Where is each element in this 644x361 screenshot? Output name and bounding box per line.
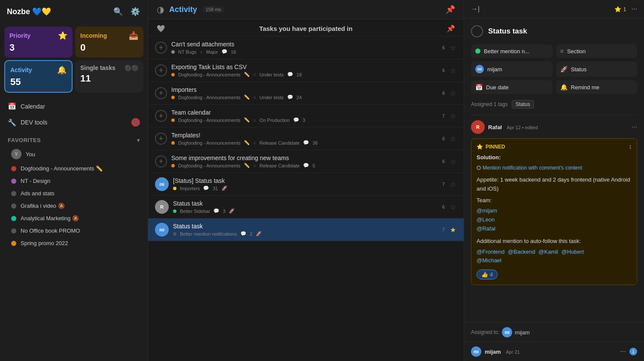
- toggle-icon[interactable]: ◑: [157, 4, 164, 15]
- single-tasks-card[interactable]: Single tasks ⚫⚫ 11: [75, 60, 143, 93]
- section-title: Tasks you have participated in: [259, 25, 352, 32]
- task-meta: Better Sidebar 💬 3 🚀: [173, 208, 434, 214]
- team-member-rafal[interactable]: @Rafał: [477, 225, 495, 232]
- star-icon[interactable]: ☆: [449, 179, 457, 189]
- favorite-item-analytical[interactable]: Analytical Marketing 🔕: [3, 212, 144, 224]
- task-item[interactable]: + Can't send attachments NT Bugs ≡ Major…: [148, 36, 464, 59]
- star-icon[interactable]: ☆: [449, 134, 457, 144]
- star-icon[interactable]: ☆: [449, 202, 457, 212]
- task-add-button[interactable]: +: [155, 87, 167, 99]
- mention-kamil[interactable]: @Kamil: [538, 249, 558, 255]
- pinned-label: PINNED: [486, 144, 505, 150]
- task-info: Importers Dogfooding - Announcements ✏️ …: [171, 86, 434, 100]
- task-item[interactable]: + Exporting Task Lists as CSV Dogfooding…: [148, 59, 464, 82]
- status-meta-item[interactable]: 🚀 Status: [556, 61, 638, 77]
- team-member-mijam[interactable]: @mijam: [477, 207, 497, 214]
- favorite-item-you[interactable]: Y You: [3, 146, 144, 162]
- mention-frontend[interactable]: @Frontend: [477, 249, 504, 255]
- comment-author: Rafał: [488, 124, 502, 130]
- project-name: Dogfooding - Announcements: [178, 140, 240, 146]
- additional-members: @Frontend @Backend @Kamil @Hubert @Micha…: [477, 248, 632, 266]
- star-icon[interactable]: ☆: [449, 157, 457, 167]
- pin-icon[interactable]: 📌: [446, 5, 455, 14]
- main-title: Activity: [169, 5, 197, 14]
- star-icon[interactable]: ☆: [449, 43, 457, 53]
- priority-count: 3: [9, 42, 67, 53]
- comment-count: 36: [313, 140, 318, 146]
- project-dot: [171, 164, 175, 167]
- task-item[interactable]: + Some improvements for creating new tea…: [148, 150, 464, 173]
- task-name: Can't send attachments: [171, 41, 434, 48]
- project-dot: [173, 209, 176, 213]
- task-item[interactable]: R Status task Better Sidebar 💬 3 🚀 6 ☆: [148, 196, 464, 218]
- project-dot: [171, 141, 175, 145]
- star-icon[interactable]: ☆: [449, 88, 457, 98]
- task-add-button[interactable]: +: [155, 42, 167, 54]
- assigned-to-label: Assigned to:: [471, 329, 499, 335]
- favorite-item-ads-stats[interactable]: Ads and stats: [3, 187, 144, 200]
- task-add-button[interactable]: +: [155, 155, 167, 167]
- tag-badge[interactable]: Status: [512, 100, 534, 109]
- comment-count: 18: [297, 72, 302, 77]
- task-item[interactable]: + Team calendar Dogfooding - Announcemen…: [148, 105, 464, 127]
- collapse-panel-button[interactable]: →|: [471, 5, 480, 13]
- task-add-button[interactable]: +: [155, 64, 167, 76]
- favorite-item-dogfooding[interactable]: Dogfooding - Announcements ✏️: [3, 162, 144, 175]
- assignee-meta-item[interactable]: mi mijam: [471, 61, 553, 77]
- chevron-down-icon: ▾: [137, 137, 140, 143]
- task-complete-checkbox[interactable]: [471, 25, 483, 37]
- project-meta-item[interactable]: Better mention n...: [471, 44, 553, 58]
- priority-card[interactable]: Priority ⭐ 3: [4, 27, 73, 58]
- task-name: Status task: [173, 200, 434, 207]
- project-name: Importers: [180, 186, 200, 191]
- favorite-item-no-office[interactable]: No Office book PROMO: [3, 224, 144, 237]
- mention-hubert[interactable]: @Hubert: [562, 249, 584, 255]
- task-item[interactable]: + Importers Dogfooding - Announcements ✏…: [148, 82, 464, 105]
- sidebar-item-dev-tools[interactable]: 🔧 DEV tools 🐾: [3, 115, 144, 130]
- star-icon[interactable]: ☆: [449, 66, 457, 76]
- task-item-selected[interactable]: mi Status task Better mention notificati…: [148, 218, 464, 241]
- star-badge: ⭐ 1: [614, 6, 626, 12]
- bottom-more-button[interactable]: ···: [620, 348, 626, 355]
- task-item[interactable]: + Templates! Dogfooding - Announcements …: [148, 127, 464, 150]
- sidebar-item-calendar[interactable]: 📅 Calendar: [3, 99, 144, 114]
- task-info: [Status] Status task Importers 💬 31 🚀: [173, 177, 434, 191]
- star-icon[interactable]: ☆: [449, 111, 457, 121]
- task-add-button[interactable]: +: [155, 133, 167, 145]
- search-button[interactable]: 🔍: [112, 6, 124, 17]
- favorite-item-grafika[interactable]: Grafika i video 🔕: [3, 200, 144, 212]
- task-add-button[interactable]: +: [155, 110, 167, 122]
- reaction-count: 4: [490, 271, 493, 278]
- comment-icon: 💬: [303, 140, 309, 146]
- task-info: Can't send attachments NT Bugs ≡ Major 💬…: [171, 41, 434, 55]
- mention-michael[interactable]: @Michael: [477, 257, 501, 264]
- remind-meta-label: Remind me: [571, 84, 599, 91]
- task-item[interactable]: mi [Status] Status task Importers 💬 31 🚀…: [148, 173, 464, 196]
- comment-icon: 💬: [303, 163, 309, 168]
- section-meta-item[interactable]: ≡ Section: [556, 44, 638, 58]
- more-options-button[interactable]: ···: [632, 5, 637, 13]
- single-tasks-count: 11: [80, 73, 138, 84]
- star-icon[interactable]: ★: [449, 225, 457, 235]
- mention-link[interactable]: Mention notification with comment's cont…: [477, 164, 632, 172]
- section-name: Major: [206, 49, 218, 55]
- bottom-comment: mi mijam Apr 21 ··· 1: [464, 342, 644, 361]
- favorites-section-header[interactable]: Favorites ▾: [0, 133, 148, 146]
- incoming-card[interactable]: Incoming 📥 0: [75, 27, 143, 58]
- ads-stats-dot: [11, 191, 16, 196]
- project-dot: [171, 118, 175, 122]
- remind-meta-item[interactable]: 🔔 Remind me: [556, 80, 638, 94]
- comment-more-button[interactable]: ···: [632, 123, 637, 131]
- task-info: Some improvements for creating new teams…: [171, 155, 434, 168]
- settings-button[interactable]: ⚙️: [130, 6, 141, 17]
- favorite-item-nt-design[interactable]: NT - Design: [3, 175, 144, 187]
- team-member-leon[interactable]: @Leon: [477, 216, 495, 223]
- right-panel-header: →| ⭐ 1 ···: [464, 0, 644, 18]
- mention-backend[interactable]: @Backend: [508, 249, 535, 255]
- activity-card[interactable]: Activity 🔔 55: [4, 60, 73, 93]
- rocket-icon: 🚀: [560, 66, 568, 73]
- due-date-meta-item[interactable]: 📅 Due date: [471, 80, 553, 94]
- favorite-item-spring-promo[interactable]: Spring promo 2022: [3, 237, 144, 249]
- favorite-you-label: You: [26, 151, 35, 158]
- reaction-button[interactable]: 👍 4: [477, 270, 498, 279]
